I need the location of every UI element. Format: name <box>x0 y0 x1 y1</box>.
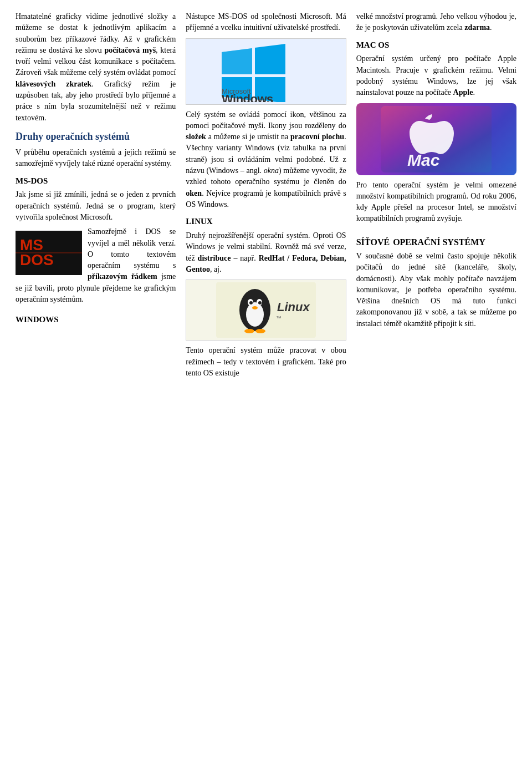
para-windows-intro: Nástupce MS-DOS od společnosti Microsoft… <box>186 11 346 34</box>
para-linux: Druhý nejrozšířenější operační systém. O… <box>186 230 346 275</box>
heading-sitove: SÍŤOVÉ <box>356 236 390 248</box>
heading-msdos: MS-DOS <box>16 175 176 187</box>
bold-distribuce: distribuce <box>198 254 231 262</box>
heading-windows: WINDOWS <box>16 314 176 326</box>
svg-point-11 <box>249 301 253 304</box>
bold-prikazovym: příkazovým řádkem <box>88 272 157 281</box>
para-druhy: V průběhu operačních systémů a jejich re… <box>16 147 176 170</box>
svg-text:Mac: Mac <box>407 151 440 169</box>
column-3: velké množství programů. Jeho velkou výh… <box>356 11 516 382</box>
svg-point-12 <box>258 301 262 304</box>
para-linux2: Tento operační systém může pracovat v ob… <box>186 345 346 379</box>
svg-point-13 <box>252 306 258 309</box>
heading-druhy: Druhy operačních systémů <box>16 129 176 144</box>
italic-okna: okna <box>264 166 279 175</box>
page: Hmatatelné graficky vidíme jednotlivé sl… <box>0 0 532 393</box>
msdos-logo: MS DOS <box>16 231 82 275</box>
svg-point-8 <box>246 302 264 327</box>
svg-rect-3 <box>16 252 82 253</box>
column-1: Hmatatelné graficky vidíme jednotlivé sl… <box>16 11 176 382</box>
bold-oken: oken <box>186 189 202 197</box>
para-col3-intro: velké množství programů. Jeho velkou výh… <box>356 11 516 34</box>
para-windows-detail: Celý systém se ovládá pomocí ikon, větši… <box>186 109 346 211</box>
bold-zdarma: zdarma <box>464 23 490 32</box>
heading-operacni: OPERAČNÍ SYSTÉMY <box>393 236 485 248</box>
windows-logo: Microsoft Windows <box>186 38 346 105</box>
msdos-section: MS DOS Samozřejmě i DOS se vyvíjel a měl… <box>16 226 176 308</box>
svg-text:Windows: Windows <box>222 92 273 102</box>
bold-apple: Apple <box>453 88 473 96</box>
svg-text:Linux: Linux <box>277 300 310 314</box>
heading-macos: MAC OS <box>356 39 516 52</box>
para-sitove: V současné době se velmi často spojuje n… <box>356 251 516 329</box>
column-2: Nástupce MS-DOS od společnosti Microsoft… <box>186 11 346 382</box>
para-macos: Operační systém určený pro počítače Appl… <box>356 53 516 98</box>
bold-slozek: složek <box>186 133 206 141</box>
svg-text:DOS: DOS <box>20 251 54 268</box>
bold-pocitacova-mys: počítačová myš <box>105 46 156 54</box>
svg-point-15 <box>255 329 265 333</box>
para-msdos1: Jak jsme si již zmínili, jedná se o jede… <box>16 189 176 223</box>
svg-text:™: ™ <box>276 315 282 321</box>
sitove-heading-block: SÍŤOVÉ OPERAČNÍ SYSTÉMY <box>356 230 516 251</box>
bold-klavesovych: klávesových zkratek <box>16 80 91 88</box>
para-graphic-intro: Hmatatelné graficky vidíme jednotlivé sl… <box>16 11 176 124</box>
bold-pracovni-plocha: pracovní plochu <box>290 133 344 141</box>
svg-point-14 <box>244 329 254 333</box>
para-macos2: Pro tento operační systém je velmi omeze… <box>356 180 516 225</box>
apple-mac-logo: Mac <box>356 103 516 175</box>
three-column-layout: Hmatatelné graficky vidíme jednotlivé sl… <box>16 11 516 382</box>
linux-logo: Linux ™ <box>186 280 346 341</box>
heading-linux: LINUX <box>186 216 346 228</box>
